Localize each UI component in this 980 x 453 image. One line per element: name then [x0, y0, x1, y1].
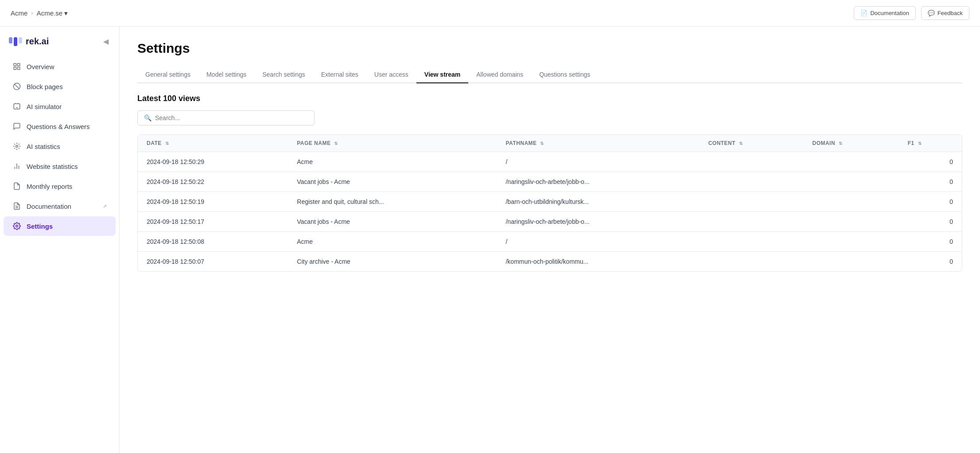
col-header-page_name[interactable]: PAGE NAME ⇅ — [288, 135, 497, 152]
breadcrumb: Acme › Acme.se ▾ — [11, 9, 68, 17]
svg-rect-3 — [18, 67, 20, 70]
sidebar: rek.ai ◀ OverviewBlock pagesAI simulator… — [0, 27, 120, 453]
cell-domain — [804, 152, 899, 172]
breadcrumb-separator: › — [31, 10, 33, 16]
sort-icon: ⇅ — [540, 141, 544, 146]
main-content: Settings General settingsModel settingsS… — [120, 27, 980, 453]
cell-content — [700, 252, 804, 272]
logo-bar-3 — [19, 37, 22, 43]
view-stream-table: DATE ⇅PAGE NAME ⇅PATHNAME ⇅CONTENT ⇅DOMA… — [137, 134, 962, 272]
cell-f1: 0 — [899, 252, 962, 272]
col-header-pathname[interactable]: PATHNAME ⇅ — [497, 135, 699, 152]
cell-domain — [804, 212, 899, 232]
sidebar-item-label: Settings — [27, 223, 53, 230]
cell-pathname: / — [497, 232, 699, 252]
col-header-content[interactable]: CONTENT ⇅ — [700, 135, 804, 152]
sidebar-item-label: Overview — [27, 63, 54, 70]
svg-rect-2 — [14, 67, 16, 70]
cell-f1: 0 — [899, 172, 962, 192]
sort-icon: ⇅ — [739, 141, 743, 146]
logo-bar-1 — [9, 37, 12, 43]
sidebar-nav: OverviewBlock pagesAI simulatorQuestions… — [0, 56, 119, 236]
col-header-domain[interactable]: DOMAIN ⇅ — [804, 135, 899, 152]
svg-rect-6 — [14, 104, 20, 109]
breadcrumb-root[interactable]: Acme — [11, 9, 27, 17]
svg-point-15 — [16, 225, 18, 227]
section-title: Latest 100 views — [137, 94, 962, 103]
logo-icon — [9, 37, 22, 46]
logo-bar-2 — [14, 37, 17, 46]
documentation-icon — [12, 202, 21, 211]
cell-page_name: Vacant jobs - Acme — [288, 212, 497, 232]
sidebar-item-ai-simulator[interactable]: AI simulator — [4, 97, 116, 116]
cell-content — [700, 232, 804, 252]
logo-area: rek.ai ◀ — [0, 32, 119, 56]
logo: rek.ai — [9, 36, 49, 47]
tab-allowed-domains[interactable]: Allowed domains — [468, 66, 531, 83]
table-row: 2024-09-18 12:50:19Register and quit, cu… — [138, 192, 962, 212]
sidebar-item-label: Website statistics — [27, 163, 78, 170]
tab-model[interactable]: Model settings — [198, 66, 254, 83]
sidebar-item-label: Questions & Answers — [27, 123, 90, 130]
cell-date: 2024-09-18 12:50:17 — [138, 212, 288, 232]
cell-pathname: /kommun-och-politik/kommu... — [497, 252, 699, 272]
website-statistics-icon — [12, 162, 21, 171]
tab-view-stream[interactable]: View stream — [416, 66, 468, 83]
feedback-icon: 💬 — [928, 10, 935, 16]
tab-external[interactable]: External sites — [313, 66, 366, 83]
sidebar-item-settings[interactable]: Settings — [4, 216, 116, 236]
tab-user-access[interactable]: User access — [366, 66, 416, 83]
sort-icon: ⇅ — [165, 141, 169, 146]
chevron-down-icon: ▾ — [64, 9, 68, 17]
sidebar-item-label: AI simulator — [27, 103, 62, 110]
topbar-actions: 📄 Documentation 💬 Feedback — [854, 6, 969, 20]
search-input[interactable] — [155, 114, 308, 121]
questions-answers-icon — [12, 122, 21, 131]
cell-date: 2024-09-18 12:50:07 — [138, 252, 288, 272]
cell-page_name: City archive - Acme — [288, 252, 497, 272]
cell-pathname: /naringsliv-och-arbete/jobb-o... — [497, 212, 699, 232]
monthly-reports-icon — [12, 182, 21, 191]
sidebar-item-label: Documentation — [27, 203, 71, 210]
cell-content — [700, 152, 804, 172]
cell-domain — [804, 232, 899, 252]
feedback-button[interactable]: 💬 Feedback — [921, 6, 969, 20]
cell-page_name: Acme — [288, 232, 497, 252]
tab-general[interactable]: General settings — [137, 66, 198, 83]
table-body: 2024-09-18 12:50:29Acme/02024-09-18 12:5… — [138, 152, 962, 272]
sidebar-item-block-pages[interactable]: Block pages — [4, 77, 116, 96]
cell-date: 2024-09-18 12:50:29 — [138, 152, 288, 172]
settings-icon — [12, 222, 21, 230]
sort-icon: ⇅ — [334, 141, 338, 146]
logo-text: rek.ai — [26, 36, 49, 47]
svg-point-9 — [16, 145, 18, 148]
cell-pathname: /barn-och-utbildning/kultursk... — [497, 192, 699, 212]
sidebar-item-overview[interactable]: Overview — [4, 57, 116, 76]
sidebar-item-monthly-reports[interactable]: Monthly reports — [4, 176, 116, 196]
sidebar-item-label: Block pages — [27, 83, 63, 90]
tab-search[interactable]: Search settings — [254, 66, 313, 83]
tab-questions-settings[interactable]: Questions settings — [531, 66, 598, 83]
cell-domain — [804, 172, 899, 192]
documentation-button[interactable]: 📄 Documentation — [854, 6, 915, 20]
cell-date: 2024-09-18 12:50:22 — [138, 172, 288, 192]
sidebar-item-ai-statistics[interactable]: AI statistics — [4, 137, 116, 156]
table-header: DATE ⇅PAGE NAME ⇅PATHNAME ⇅CONTENT ⇅DOMA… — [138, 135, 962, 152]
collapse-sidebar-button[interactable]: ◀ — [101, 35, 110, 47]
cell-date: 2024-09-18 12:50:19 — [138, 192, 288, 212]
svg-line-5 — [15, 84, 19, 89]
cell-pathname: /naringsliv-och-arbete/jobb-o... — [497, 172, 699, 192]
external-link-icon: ↗ — [103, 203, 107, 209]
table-row: 2024-09-18 12:50:07City archive - Acme/k… — [138, 252, 962, 272]
sidebar-item-documentation[interactable]: Documentation↗ — [4, 196, 116, 216]
col-header-date[interactable]: DATE ⇅ — [138, 135, 288, 152]
sidebar-item-questions-answers[interactable]: Questions & Answers — [4, 117, 116, 136]
sidebar-item-website-statistics[interactable]: Website statistics — [4, 156, 116, 176]
page-title: Settings — [137, 41, 962, 56]
col-header-f1[interactable]: F1 ⇅ — [899, 135, 962, 152]
layout: rek.ai ◀ OverviewBlock pagesAI simulator… — [0, 27, 980, 453]
breadcrumb-child[interactable]: Acme.se ▾ — [37, 9, 68, 17]
ai-statistics-icon — [12, 142, 21, 151]
cell-f1: 0 — [899, 192, 962, 212]
sort-icon: ⇅ — [918, 141, 922, 146]
